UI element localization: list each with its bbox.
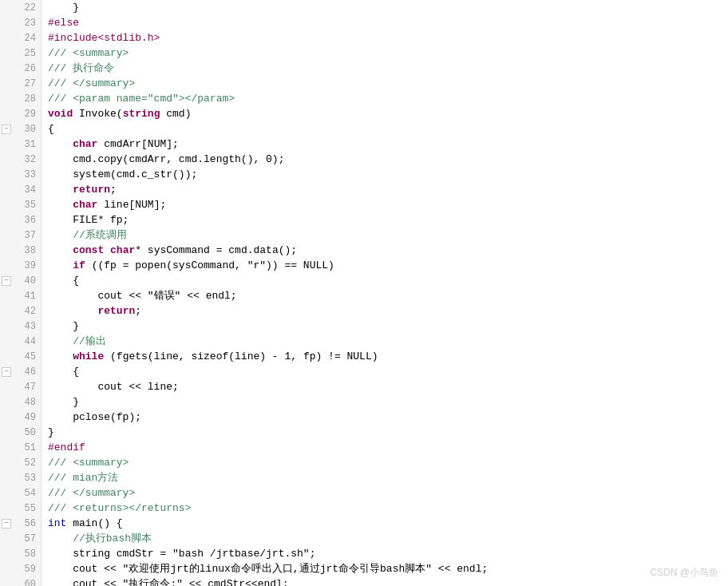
code-segment: cout << "错误" << endl; xyxy=(48,288,237,303)
line-number: 49 xyxy=(25,412,36,423)
code-segment: /// 执行命令 xyxy=(48,61,114,76)
code-segment xyxy=(48,258,73,273)
code-segment: //执行bash脚本 xyxy=(48,531,152,546)
line-number-row: 37 xyxy=(0,228,41,243)
line-number-row: −56 xyxy=(0,516,41,531)
code-segment: main() { xyxy=(66,516,122,531)
code-segment: /// <summary> xyxy=(48,455,129,470)
line-number-row: −46 xyxy=(0,364,41,379)
code-segment: } xyxy=(48,425,54,440)
code-segment: line[NUM]; xyxy=(97,197,166,212)
line-number-row: 42 xyxy=(0,303,41,319)
line-number-row: 55 xyxy=(0,501,41,516)
code-segment: ; xyxy=(135,303,141,319)
fold-icon[interactable]: − xyxy=(2,276,11,286)
code-line: /// <summary> xyxy=(48,46,728,61)
code-segment: #endif xyxy=(48,440,85,455)
code-segment: ; xyxy=(110,182,117,197)
line-number-row: 38 xyxy=(0,243,41,258)
code-segment: #else xyxy=(48,15,79,30)
code-segment: void xyxy=(48,106,73,121)
code-segment: /// </summary> xyxy=(48,76,135,91)
code-line: char line[NUM]; xyxy=(48,197,728,212)
line-number: 36 xyxy=(25,215,36,226)
line-number: 32 xyxy=(25,154,36,165)
line-numbers: 2223242526272829−30313233343536373839−40… xyxy=(0,0,42,586)
code-line: /// </summary> xyxy=(48,485,728,501)
fold-icon[interactable]: − xyxy=(2,519,11,529)
line-number: 33 xyxy=(25,169,36,180)
code-segment: } xyxy=(48,394,79,410)
code-line: { xyxy=(48,273,728,288)
line-number: 26 xyxy=(25,63,36,74)
line-number-row: 51 xyxy=(0,440,41,455)
line-number: 23 xyxy=(25,18,36,29)
line-number: 25 xyxy=(25,48,36,59)
code-line: cout << "错误" << endl; xyxy=(48,288,728,303)
code-line: pclose(fp); xyxy=(48,410,728,425)
code-segment: } xyxy=(48,319,79,334)
line-number: 30 xyxy=(25,124,36,135)
line-number: 37 xyxy=(25,230,36,241)
code-segment: if xyxy=(73,258,85,273)
code-segment: return xyxy=(73,182,110,197)
line-number-row: 27 xyxy=(0,76,41,91)
code-segment: } xyxy=(48,0,79,15)
line-number: 24 xyxy=(25,33,36,44)
line-number-row: 26 xyxy=(0,61,41,76)
watermark: CSDN @小鸟鱼 xyxy=(650,566,718,580)
code-segment: { xyxy=(48,273,79,288)
code-line: { xyxy=(48,121,728,137)
editor-container: 2223242526272829−30313233343536373839−40… xyxy=(0,0,728,586)
line-number: 44 xyxy=(25,336,36,347)
line-number: 35 xyxy=(25,200,36,211)
line-number-row: 22 xyxy=(0,0,41,15)
line-number-row: 25 xyxy=(0,46,41,61)
code-segment: /// <param name="cmd"></param> xyxy=(48,91,235,106)
line-number: 58 xyxy=(25,548,36,560)
code-line: const char* sysCommand = cmd.data(); xyxy=(48,243,728,258)
code-segment: system(cmd.c_str()); xyxy=(48,167,197,182)
code-line: /// <summary> xyxy=(48,455,728,470)
code-area: 2223242526272829−30313233343536373839−40… xyxy=(0,0,728,586)
line-number: 27 xyxy=(25,78,36,89)
fold-icon[interactable]: − xyxy=(2,125,11,134)
line-number-row: 29 xyxy=(0,106,41,121)
line-number: 48 xyxy=(25,397,36,408)
line-number-row: 45 xyxy=(0,349,41,364)
line-number-row: −40 xyxy=(0,273,41,288)
code-line: cout << "执行命令:" << cmdStr<<endl; xyxy=(48,576,728,586)
line-number: 56 xyxy=(25,518,36,529)
code-line: #else xyxy=(48,15,728,30)
code-line: void Invoke(string cmd) xyxy=(48,106,728,121)
code-content: }#else#include<stdlib.h>/// <summary>///… xyxy=(42,0,728,586)
code-segment: cout << line; xyxy=(48,379,179,394)
line-number-row: 54 xyxy=(0,485,41,501)
line-number: 46 xyxy=(25,366,36,378)
code-segment: * sysCommand = cmd.data(); xyxy=(135,243,297,258)
line-number: 54 xyxy=(25,488,36,499)
code-segment: return xyxy=(97,303,135,319)
code-line: if ((fp = popen(sysCommand, "r")) == NUL… xyxy=(48,258,728,273)
line-number: 52 xyxy=(25,457,36,469)
code-line: return; xyxy=(48,303,728,319)
code-segment: cmd.copy(cmdArr, cmd.length(), 0); xyxy=(48,152,284,167)
line-number-row: 58 xyxy=(0,546,41,561)
line-number: 40 xyxy=(25,275,36,287)
line-number-row: 39 xyxy=(0,258,41,273)
code-segment: /// <summary> xyxy=(48,46,129,61)
line-number-row: 31 xyxy=(0,137,41,152)
line-number-row: 36 xyxy=(0,212,41,228)
code-segment: const xyxy=(73,243,104,258)
code-segment xyxy=(48,197,73,212)
line-number-row: 57 xyxy=(0,531,41,546)
code-line: cmd.copy(cmdArr, cmd.length(), 0); xyxy=(48,152,728,167)
code-segment: string cmdStr = "bash /jrtbase/jrt.sh"; xyxy=(48,546,315,561)
fold-icon[interactable]: − xyxy=(2,367,11,377)
code-line: } xyxy=(48,319,728,334)
line-number-row: 60 xyxy=(0,576,41,586)
code-line: { xyxy=(48,364,728,379)
line-number-row: 52 xyxy=(0,455,41,470)
line-number-row: 34 xyxy=(0,182,41,197)
line-number-row: −30 xyxy=(0,121,41,137)
